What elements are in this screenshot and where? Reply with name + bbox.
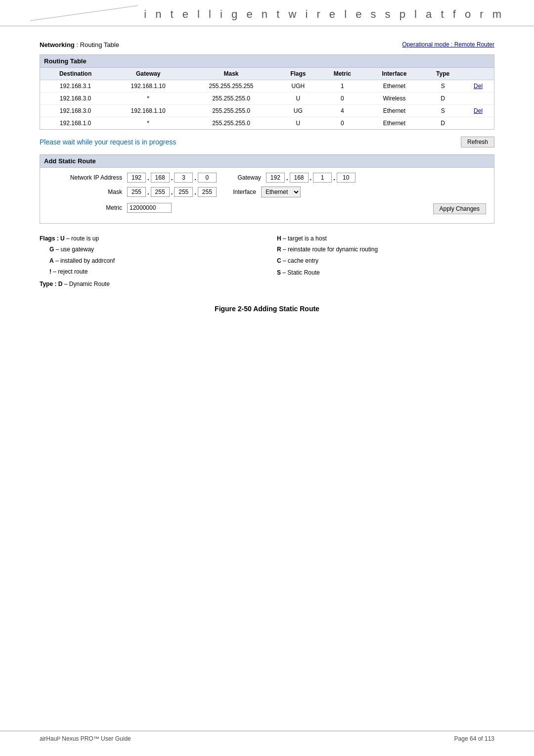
flag-r-desc: reinstate route for dynamic routing	[288, 244, 378, 254]
flag-u-desc: route is up	[71, 234, 99, 243]
delete-link[interactable]: Del	[474, 107, 483, 114]
form-row-mask: Mask . . . Interface Ethernet Wireless	[48, 187, 486, 197]
table-cell: *	[111, 117, 185, 130]
flag-g-desc: use gateway	[61, 244, 94, 254]
mask-input-group: . . .	[127, 187, 217, 197]
mask-oct3[interactable]	[174, 187, 193, 197]
type-s-key: S	[277, 268, 281, 278]
flag-r-row: R – reinstate route for dynamic routing	[277, 244, 494, 254]
gateway-label: Gateway	[231, 174, 261, 181]
table-cell: 192.168.3.0	[40, 93, 111, 105]
mask-oct4[interactable]	[198, 187, 217, 197]
gateway-oct3[interactable]	[313, 173, 332, 183]
table-cell: 255.255.255.0	[185, 93, 277, 105]
table-row: 192.168.1.0*255.255.255.0U0EthernetD	[40, 117, 494, 130]
table-cell-del[interactable]: Del	[462, 80, 494, 93]
flags-grid: Flags : U – route is up G – use gateway …	[40, 234, 494, 290]
operational-mode-link[interactable]: Operational mode : Remote Router	[402, 41, 494, 48]
table-cell: 255.255.255.255	[185, 80, 277, 93]
table-cell: Wireless	[365, 93, 423, 105]
gateway-oct1[interactable]	[266, 173, 285, 183]
network-ip-oct3[interactable]	[174, 173, 193, 183]
flag-c-dash: –	[281, 256, 288, 266]
network-ip-oct4[interactable]	[198, 173, 217, 183]
interface-select[interactable]: Ethernet Wireless	[261, 187, 301, 197]
gateway-oct2[interactable]	[290, 173, 309, 183]
col-flags: Flags	[277, 68, 319, 80]
flag-h-dash: –	[281, 234, 288, 243]
table-cell: D	[423, 117, 462, 130]
ip-dot-8: .	[171, 189, 174, 196]
flag-a-desc: installed by addrconf	[60, 256, 115, 266]
progress-text: Please wait while your request is in pro…	[40, 138, 176, 146]
table-cell: 255.255.255.0	[185, 117, 277, 130]
table-cell-del	[462, 117, 494, 130]
network-ip-oct2[interactable]	[151, 173, 170, 183]
table-cell: 0	[319, 93, 365, 105]
metric-input[interactable]	[127, 203, 172, 213]
flag-r-dash: –	[281, 244, 288, 254]
page-footer: airHaul² Nexus PRO™ User Guide Page 64 o…	[0, 731, 534, 746]
type-s-row: S – Static Route	[277, 268, 494, 278]
flag-c-key: C	[277, 256, 281, 266]
table-cell: UG	[277, 105, 319, 117]
flag-h-desc: target is a host	[288, 234, 327, 243]
table-cell: D	[423, 93, 462, 105]
col-metric: Metric	[319, 68, 365, 80]
form-row-network-ip: Network IP Address . . . Gateway . .	[48, 173, 486, 183]
progress-row: Please wait while your request is in pro…	[40, 137, 494, 147]
form-row-metric: Metric Apply Changes	[48, 201, 486, 214]
flag-excl-desc: reject route	[58, 267, 88, 277]
flag-r-key: R	[277, 244, 281, 254]
table-cell: 192.168.1.10	[111, 105, 185, 117]
table-cell: 0	[319, 117, 365, 130]
gateway-oct4[interactable]	[337, 173, 356, 183]
routing-table-section-title: Routing Table	[40, 55, 494, 68]
mask-oct1[interactable]	[127, 187, 146, 197]
table-cell: *	[111, 93, 185, 105]
flag-excl-dash: –	[51, 267, 58, 277]
ip-dot-9: .	[194, 189, 197, 196]
col-type: Type	[423, 68, 462, 80]
flag-c-desc: cache entry	[288, 256, 318, 266]
flag-a-row: A – installed by addrconf	[40, 256, 257, 266]
table-cell: Ethernet	[365, 80, 423, 93]
table-cell-del[interactable]: Del	[462, 105, 494, 117]
ip-dot-1: .	[147, 174, 150, 182]
refresh-button[interactable]: Refresh	[461, 137, 494, 147]
breadcrumb-page: Routing Table	[80, 41, 119, 48]
flag-excl-row: ! – reject route	[40, 267, 257, 277]
table-header-row: Destination Gateway Mask Flags Metric In…	[40, 68, 494, 80]
type-d-desc: Dynamic Route	[69, 279, 110, 289]
metric-label: Metric	[48, 204, 127, 211]
flags-right-col: H – target is a host R – reinstate route…	[277, 234, 494, 290]
mask-oct2[interactable]	[151, 187, 170, 197]
col-action	[462, 68, 494, 80]
flag-a-key: A	[49, 256, 54, 266]
flags-section-label: Flags :	[40, 234, 59, 243]
page-header-row: Networking : Routing Table Operational m…	[40, 41, 494, 48]
flag-h-row: H – target is a host	[277, 234, 494, 243]
flags-label-row: Flags : U – route is up	[40, 234, 257, 243]
header-title: i n t e l l i g e n t w i r e l e s s p …	[144, 8, 504, 21]
add-static-route-container: Add Static Route Network IP Address . . …	[40, 154, 494, 224]
flag-c-row: C – cache entry	[277, 256, 494, 266]
routing-table: Destination Gateway Mask Flags Metric In…	[40, 68, 494, 129]
table-row: 192.168.3.0192.168.1.10255.255.255.0UG4E…	[40, 105, 494, 117]
delete-link[interactable]: Del	[474, 83, 483, 90]
table-cell: U	[277, 117, 319, 130]
page-header: i n t e l l i g e n t w i r e l e s s p …	[0, 0, 534, 26]
mask-label: Mask	[48, 189, 127, 195]
footer-right: Page 64 of 113	[454, 735, 494, 742]
flag-h-key: H	[277, 234, 281, 243]
col-destination: Destination	[40, 68, 111, 80]
flag-u-key: U	[60, 234, 65, 243]
table-cell: 4	[319, 105, 365, 117]
flag-g-key: G	[49, 244, 54, 254]
type-section-label: Type :	[40, 279, 56, 289]
apply-changes-button[interactable]: Apply Changes	[433, 203, 486, 214]
flag-g-row: G – use gateway	[40, 244, 257, 254]
network-ip-oct1[interactable]	[127, 173, 146, 183]
type-s-dash: –	[281, 268, 287, 278]
col-gateway: Gateway	[111, 68, 185, 80]
